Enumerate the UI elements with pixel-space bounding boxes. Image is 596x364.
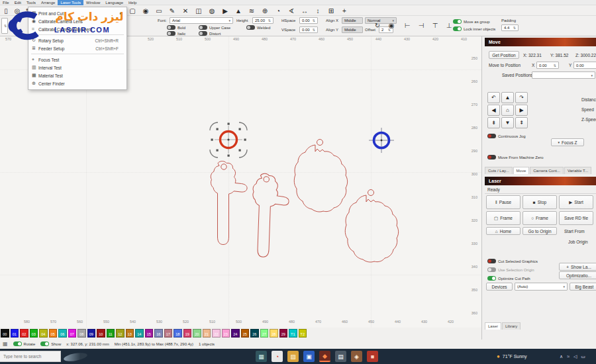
- saved-positions-select[interactable]: ▾: [532, 71, 595, 79]
- palette-swatch[interactable]: 02: [20, 329, 28, 338]
- continuous-jog-toggle[interactable]: Continuous Jog: [487, 134, 526, 138]
- node-edit-icon[interactable]: ✎: [168, 6, 176, 15]
- palette-swatch[interactable]: 17: [164, 329, 173, 338]
- get-position-button[interactable]: Get Position: [489, 51, 519, 59]
- palette-swatch[interactable]: 18: [174, 329, 182, 338]
- align-left-icon[interactable]: ⊢: [403, 20, 412, 30]
- frame-square-button[interactable]: ▢Frame: [486, 211, 521, 225]
- taskbar-folder-icon[interactable]: ▨: [287, 351, 299, 362]
- palette-swatch[interactable]: 21: [203, 329, 211, 338]
- menu-item[interactable]: Arrange: [38, 0, 58, 5]
- palette-swatch[interactable]: 10: [97, 329, 105, 338]
- palette-swatch[interactable]: 01: [11, 329, 19, 338]
- measure-icon[interactable]: ∢: [287, 6, 295, 15]
- menu-item[interactable]: ⊕Center Finder: [28, 79, 126, 87]
- bold-toggle[interactable]: Bold: [167, 25, 185, 30]
- move-from-machine-zero-toggle[interactable]: Move From Machine Zero: [487, 155, 544, 159]
- hspace-input[interactable]: 0.00⇅: [299, 17, 318, 24]
- tray-volume-icon[interactable]: ◁: [573, 354, 577, 359]
- tray-network-icon[interactable]: ≈: [567, 354, 570, 359]
- menu-item[interactable]: Tools: [24, 0, 38, 5]
- go-to-origin-button[interactable]: Go to Origin: [522, 227, 557, 235]
- z-down[interactable]: ⇟: [487, 117, 500, 128]
- align-right-icon[interactable]: ⊣: [417, 20, 426, 30]
- taskbar-app-red-icon[interactable]: ■: [367, 351, 378, 362]
- bottom-tab[interactable]: Library: [502, 322, 521, 330]
- welded-toggle[interactable]: Welded: [246, 25, 270, 30]
- panel-tab[interactable]: Cuts / Lay...: [485, 167, 513, 174]
- palette-swatch[interactable]: 16: [154, 329, 163, 338]
- palette-swatch[interactable]: 07: [68, 329, 77, 338]
- palette-swatch[interactable]: 11: [107, 329, 115, 338]
- devices-button[interactable]: Devices: [486, 283, 513, 291]
- taskbar-app-blue-icon[interactable]: ▣: [303, 351, 315, 362]
- refresh-icon[interactable]: ↻: [373, 20, 382, 30]
- palette-swatch[interactable]: 26: [250, 329, 259, 338]
- taskbar-app-grid-icon[interactable]: ▦: [256, 351, 267, 362]
- move-y-input[interactable]: 0.00: [573, 62, 596, 69]
- save-rd-button[interactable]: Save RD file: [559, 211, 593, 225]
- palette-swatch[interactable]: 14: [135, 329, 144, 338]
- taskbar-browser-icon[interactable]: ◔: [272, 351, 283, 362]
- palette-swatch[interactable]: 29: [279, 329, 288, 338]
- device-name-button[interactable]: Big Beast: [570, 283, 596, 291]
- shapes-icon[interactable]: ▲: [234, 6, 242, 15]
- stream-icon[interactable]: ≋: [248, 6, 256, 15]
- menu-item[interactable]: ▦Material Test: [28, 71, 126, 79]
- taskbar-calculator-icon[interactable]: ▤: [335, 351, 346, 362]
- panel-tab[interactable]: Camera Cont...: [530, 167, 564, 174]
- pause-button[interactable]: ‖Pause: [486, 195, 521, 209]
- stop-button[interactable]: ■Stop: [522, 195, 557, 209]
- profile-icon[interactable]: ◔: [274, 6, 282, 15]
- cut-shapes-icon[interactable]: ✕: [181, 6, 189, 15]
- palette-swatch[interactable]: 08: [77, 329, 86, 338]
- show-toggle[interactable]: Show: [40, 341, 61, 346]
- palette-swatch[interactable]: 06: [58, 329, 67, 338]
- jog-left[interactable]: ◀: [487, 105, 500, 116]
- distribute-h-icon[interactable]: ↔: [301, 6, 309, 15]
- palette-swatch[interactable]: 13: [126, 329, 134, 338]
- menu-item[interactable]: Edit: [12, 0, 24, 5]
- dock-icon[interactable]: ⊞: [327, 6, 335, 15]
- font-select[interactable]: Arial▾: [170, 17, 233, 24]
- port-select[interactable]: (Auto)▾: [515, 283, 568, 291]
- align-top-icon[interactable]: ⊤: [430, 20, 440, 30]
- align-x-select[interactable]: Middle: [342, 17, 363, 24]
- palette-swatch[interactable]: 19: [183, 329, 192, 338]
- palette-swatch[interactable]: 25: [241, 329, 250, 338]
- menu-item[interactable]: Laser Tools: [58, 0, 83, 5]
- optimization-settings-button[interactable]: Optimizatio...: [559, 271, 596, 279]
- align-y-select[interactable]: Middle: [342, 26, 363, 33]
- palette-swatch[interactable]: 03: [30, 329, 38, 338]
- menu-item[interactable]: Language: [103, 0, 126, 5]
- taskbar-paint-icon[interactable]: ◈: [351, 351, 362, 362]
- italic-toggle[interactable]: Italic: [167, 31, 185, 36]
- panel-tab[interactable]: Move: [513, 167, 530, 174]
- start-button[interactable]: ▶Start: [559, 195, 593, 209]
- distort-toggle[interactable]: Distort: [199, 31, 221, 36]
- palette-swatch[interactable]: 28: [270, 329, 278, 338]
- padding-input[interactable]: 4.4⇅: [501, 24, 519, 31]
- palette-swatch[interactable]: 22: [212, 329, 221, 338]
- move-panel-title[interactable]: Move: [485, 38, 596, 46]
- height-input[interactable]: 25.00⇅: [252, 17, 273, 24]
- move-tool-icon[interactable]: +: [340, 6, 348, 15]
- taskbar-weather[interactable]: ● 71°F Sunny: [497, 353, 527, 359]
- bottom-tab[interactable]: Laser: [485, 322, 501, 330]
- palette-swatch[interactable]: T2: [299, 329, 307, 338]
- palette-swatch[interactable]: T1: [289, 329, 297, 338]
- menu-item[interactable]: ▥Interval Test: [28, 64, 126, 71]
- palette-swatch[interactable]: 23: [222, 329, 230, 338]
- upper-case-toggle[interactable]: Upper Case: [199, 25, 230, 30]
- vspace-input[interactable]: 0.00⇅: [299, 26, 318, 33]
- align-bottom-icon[interactable]: ⊥: [444, 20, 454, 30]
- menu-item[interactable]: Help: [126, 0, 139, 5]
- jog-home[interactable]: ⌂: [501, 105, 514, 116]
- taskbar-lightburn-icon[interactable]: ◆: [319, 351, 330, 362]
- move-x-input[interactable]: 0.00⇅: [536, 62, 559, 69]
- tray-keyboard-icon[interactable]: ▭: [581, 354, 585, 359]
- lock-inner-objects-toggle[interactable]: Lock inner objects: [453, 26, 495, 31]
- use-selection-origin-toggle[interactable]: Use Selection Origin: [487, 267, 534, 272]
- palette-swatch[interactable]: 12: [116, 329, 124, 338]
- jog-up[interactable]: ▲: [501, 92, 514, 103]
